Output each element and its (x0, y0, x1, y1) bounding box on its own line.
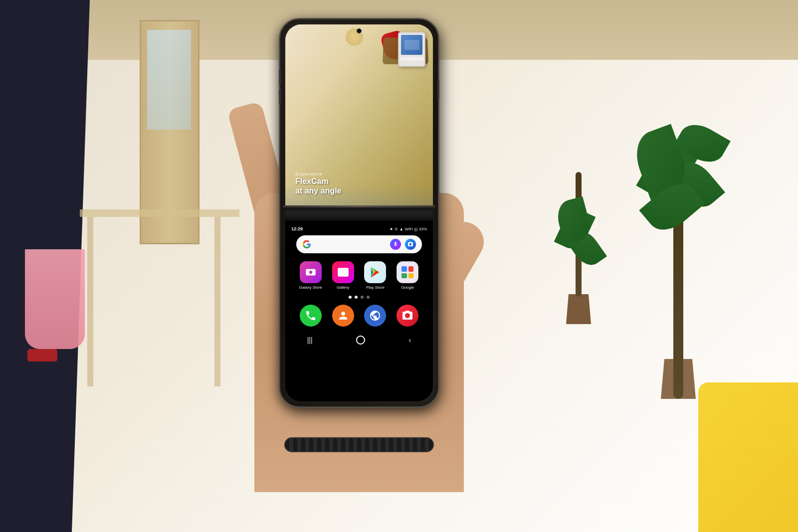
play-store-label: Play Store (366, 285, 385, 290)
app-dock (296, 305, 422, 327)
navigation-bar: ||| ‹ (285, 334, 433, 347)
power-button (437, 79, 439, 99)
bg-red-shoes (27, 349, 57, 361)
phone-in-promo (398, 32, 425, 67)
bg-yellow-object (698, 382, 798, 532)
google-search-bar[interactable] (296, 235, 422, 253)
google-app-icon (397, 261, 418, 283)
dock-item-phone[interactable] (296, 305, 325, 327)
status-time: 12:29 (291, 226, 303, 231)
hand-phone-container: Experience FlexCam at any angle (185, 18, 534, 492)
camera-app-icon (397, 305, 418, 327)
upload-icon: ▲ (399, 227, 403, 231)
battery-icon: 33% (419, 227, 427, 231)
dock-item-camera[interactable] (394, 305, 422, 327)
bracelet (284, 437, 434, 452)
wifi-icon: WiFi (405, 227, 413, 231)
search-right-icons (390, 239, 416, 250)
app-item-gallery[interactable]: Gallery (329, 261, 357, 290)
bg-plant-mid (559, 175, 598, 324)
app-grid: Galaxy Store Gallery (296, 261, 422, 290)
google-g-icon (302, 240, 311, 249)
selfie-camera (357, 28, 362, 33)
google-label: Google (401, 285, 414, 290)
app-item-play-store[interactable]: Play Store (361, 261, 390, 290)
page-dot-3 (361, 296, 364, 299)
phone-app-icon (300, 305, 322, 327)
status-icons: ★ ⊙ ▲ WiFi ||| 33% (390, 227, 427, 231)
phone-screen: Experience FlexCam at any angle (285, 24, 433, 401)
phone: Experience FlexCam at any angle (279, 18, 439, 407)
back-nav[interactable]: ‹ (409, 336, 411, 344)
recent-apps-nav[interactable]: ||| (307, 336, 313, 344)
screen-hinge-area (285, 205, 433, 220)
home-nav-button[interactable] (356, 336, 365, 345)
page-indicators (349, 296, 370, 299)
app-item-google[interactable]: Google (394, 261, 422, 290)
phone-body: Experience FlexCam at any angle (279, 18, 439, 407)
galaxy-store-label: Galaxy Store (299, 285, 322, 290)
status-bar: 12:29 ★ ⊙ ▲ WiFi ||| 33% (285, 226, 433, 231)
bg-table-leg-left (87, 217, 93, 386)
volume-up-button (279, 69, 281, 84)
samsung-internet-icon (364, 305, 386, 327)
voice-search-icon[interactable] (390, 239, 401, 250)
galaxy-store-icon (300, 261, 322, 283)
dock-item-contacts[interactable] (329, 305, 357, 327)
signal-icon: ||| (414, 227, 417, 231)
notification-icon: ⊙ (395, 227, 398, 231)
gallery-icon (332, 261, 354, 283)
page-dot-4 (367, 296, 370, 299)
app-item-galaxy-store[interactable]: Galaxy Store (296, 261, 325, 290)
page-dot-1 (349, 296, 352, 299)
bg-pink-skirt (25, 249, 85, 349)
dock-item-samsung-internet[interactable] (361, 305, 390, 327)
flexcam-text-overlay: Experience FlexCam at any angle (295, 172, 341, 195)
volume-down-button (279, 89, 281, 104)
play-store-icon (364, 261, 386, 283)
page-dot-2 (355, 296, 358, 299)
phone-hinge (283, 205, 435, 207)
gallery-label: Gallery (337, 285, 349, 290)
bg-plant-right (633, 100, 723, 399)
camera-search-icon[interactable] (405, 239, 416, 250)
star-icon: ★ (390, 227, 393, 231)
contacts-app-icon (332, 305, 354, 327)
experience-label: Experience (295, 172, 341, 177)
screen-top-promo: Experience FlexCam at any angle (285, 24, 433, 205)
flexcam-title: FlexCam at any angle (295, 177, 341, 195)
home-screen: 12:29 ★ ⊙ ▲ WiFi ||| 33% (285, 220, 433, 401)
